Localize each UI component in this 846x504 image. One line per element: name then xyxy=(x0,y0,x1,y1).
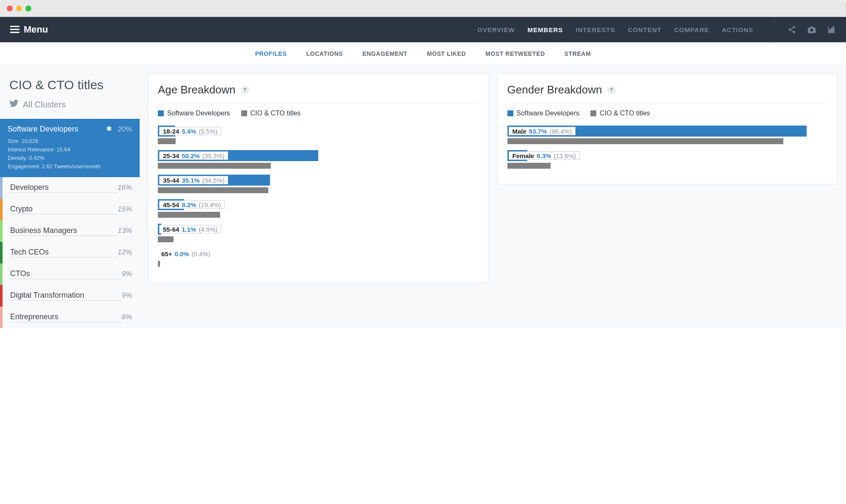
cluster-name: Tech CEOs xyxy=(10,248,118,257)
topnav-item[interactable]: INTERESTS xyxy=(576,26,615,33)
cluster-name: Entrepreneurs xyxy=(10,312,121,322)
menu-button[interactable]: Menu xyxy=(10,24,48,35)
sidebar-item-cluster[interactable]: Tech CEOs12% xyxy=(0,242,140,263)
bar-label: 45-548.2%(19.4%) xyxy=(159,200,225,209)
bar-value-primary: 93.7% xyxy=(529,128,547,135)
bar-secondary xyxy=(158,212,478,218)
bar-value-primary: 35.1% xyxy=(182,177,200,184)
bar-value-secondary: (5.5%) xyxy=(199,128,218,135)
bar-label: 25-3450.2%(35.3%) xyxy=(159,151,228,160)
bar-secondary xyxy=(158,138,478,144)
cluster-meta: Size: 10,029 Interest Relevance: 15.64 D… xyxy=(8,137,132,171)
svg-point-4 xyxy=(789,29,791,31)
cluster-name: CTOs xyxy=(10,269,121,279)
cluster-name: Developers xyxy=(10,183,118,193)
help-icon[interactable]: ? xyxy=(241,86,249,94)
sidebar-item-cluster[interactable]: Business Managers13% xyxy=(0,220,140,242)
bar-row: 65+0.0%(0.4%) xyxy=(158,248,478,267)
close-icon[interactable] xyxy=(7,5,13,11)
top-icons xyxy=(774,17,836,42)
bar-label: 18-245.4%(5.5%) xyxy=(159,127,221,135)
bar-row: Male93.7%(86.4%) xyxy=(507,126,827,144)
cluster-pct: 6% xyxy=(121,313,132,321)
bar-value-primary: 5.4% xyxy=(182,128,196,135)
bar-secondary xyxy=(158,187,478,193)
sidebar-item-active[interactable]: Software Developers 20% Size: 10,029 Int… xyxy=(0,119,140,177)
sidebar-subtitle[interactable]: All Clusters xyxy=(0,100,140,119)
age-breakdown-card: Age Breakdown ? Software Developers CIO … xyxy=(147,74,488,282)
cluster-pct: 13% xyxy=(118,227,132,235)
bar-row: 55-641.1%(4.9%) xyxy=(158,224,478,242)
twitter-icon xyxy=(9,100,19,110)
bar-row: Female6.3%(13.6%) xyxy=(507,150,827,169)
cluster-pct: 9% xyxy=(121,270,132,278)
bar-secondary xyxy=(507,163,827,169)
bar-primary: 18-245.4%(5.5%) xyxy=(158,126,478,137)
swatch-gray-icon xyxy=(590,110,596,116)
svg-rect-1 xyxy=(10,29,19,30)
subnav-item[interactable]: STREAM xyxy=(565,50,591,57)
bar-primary: Female6.3%(13.6%) xyxy=(507,150,827,161)
svg-rect-2 xyxy=(10,32,19,33)
bar-value-secondary: (35.3%) xyxy=(202,152,225,159)
gender-breakdown-card: Gender Breakdown ? Software Developers C… xyxy=(497,74,838,184)
gear-icon[interactable] xyxy=(105,125,112,134)
svg-point-5 xyxy=(793,31,795,33)
topnav-item[interactable]: ACTIONS xyxy=(722,26,754,33)
cluster-pct: 20% xyxy=(118,125,132,134)
maximize-icon[interactable] xyxy=(25,5,31,11)
subnav-item[interactable]: LOCATIONS xyxy=(306,50,343,57)
bar-primary: 25-3450.2%(35.3%) xyxy=(158,150,478,161)
legend-label: Software Developers xyxy=(517,110,580,117)
bar-value-secondary: (0.4%) xyxy=(192,250,210,257)
svg-point-3 xyxy=(793,26,795,28)
chart-icon[interactable] xyxy=(827,25,836,34)
bar-label: Female6.3%(13.6%) xyxy=(509,151,580,160)
swatch-gray-icon xyxy=(241,110,247,116)
swatch-blue-icon xyxy=(158,110,164,116)
sidebar-item-cluster[interactable]: Entrepreneurs6% xyxy=(0,307,140,328)
bar-label: Male93.7%(86.4%) xyxy=(509,127,576,135)
legend-item: Software Developers xyxy=(158,110,230,117)
sidebar-item-cluster[interactable]: Crypto15% xyxy=(0,199,140,220)
cluster-engagement: Engagement: 2.62 Tweets/user/month xyxy=(8,162,132,171)
bar-primary: 55-641.1%(4.9%) xyxy=(158,224,478,235)
legend-label: CIO & CTO titles xyxy=(251,110,301,117)
bar-primary: 65+0.0%(0.4%) xyxy=(158,248,478,259)
cluster-pct: 16% xyxy=(118,184,132,192)
bar-value-primary: 0.0% xyxy=(174,250,189,257)
sidebar-item-cluster[interactable]: Developers16% xyxy=(0,177,140,199)
bar-category: 25-34 xyxy=(163,152,179,159)
subnav-item[interactable]: MOST LIKED xyxy=(427,50,466,57)
sidebar-item-cluster[interactable]: CTOs9% xyxy=(0,263,140,285)
bar-category: 35-44 xyxy=(163,177,179,184)
subnav-item[interactable]: PROFILES xyxy=(255,50,287,57)
all-clusters-label: All Clusters xyxy=(23,100,66,110)
sidebar: CIO & CTO titles All Clusters Software D… xyxy=(0,65,140,328)
gender-legend: Software Developers CIO & CTO titles xyxy=(507,110,827,117)
topnav-item[interactable]: MEMBERS xyxy=(528,26,563,33)
help-icon[interactable]: ? xyxy=(607,86,616,94)
camera-icon[interactable] xyxy=(807,25,816,34)
bar-label: 35-4435.1%(34.5%) xyxy=(159,176,228,184)
bar-label: 55-641.1%(4.9%) xyxy=(159,225,221,233)
topnav-item[interactable]: CONTENT xyxy=(628,26,661,33)
topnav-item[interactable]: OVERVIEW xyxy=(477,26,515,33)
bar-value-primary: 1.1% xyxy=(182,226,196,233)
topnav-item[interactable]: COMPARE xyxy=(674,26,709,33)
bar-value-secondary: (13.6%) xyxy=(554,152,576,159)
bar-value-secondary: (34.5%) xyxy=(202,177,225,184)
bar-value-primary: 8.2% xyxy=(182,201,196,208)
cluster-name: Digital Transformation xyxy=(10,291,121,301)
subnav-item[interactable]: ENGAGEMENT xyxy=(362,50,407,57)
bar-category: 55-64 xyxy=(163,226,179,233)
bar-category: 65+ xyxy=(161,250,172,257)
svg-rect-7 xyxy=(829,30,831,32)
cluster-name: Business Managers xyxy=(10,226,118,236)
bar-category: 45-54 xyxy=(163,201,179,208)
sidebar-item-cluster[interactable]: Digital Transformation9% xyxy=(0,285,140,307)
minimize-icon[interactable] xyxy=(16,5,22,11)
share-icon[interactable] xyxy=(788,25,796,34)
cluster-density: Density: 0.42% xyxy=(8,154,132,162)
subnav-item[interactable]: MOST RETWEETED xyxy=(485,50,545,57)
